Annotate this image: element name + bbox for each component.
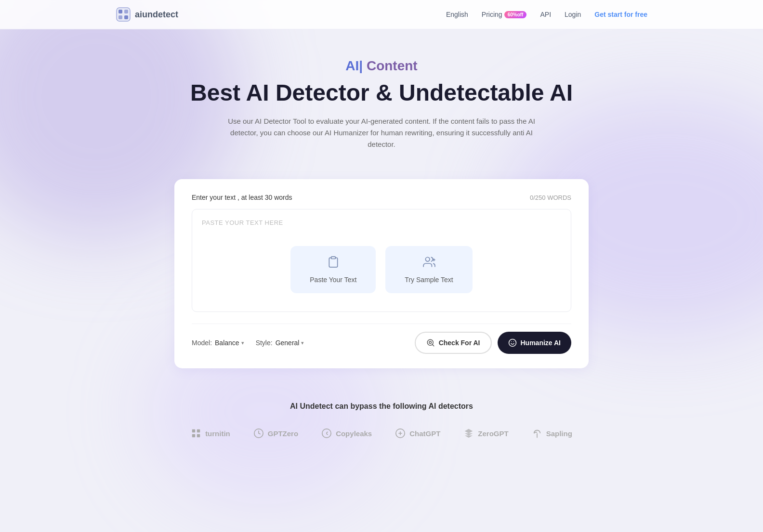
detectors-section: AI Undetect can bypass the following AI … <box>0 383 763 467</box>
sapling-label: Sapling <box>546 429 572 438</box>
nav-api[interactable]: API <box>540 11 551 18</box>
style-value: General <box>276 339 300 347</box>
detector-turnitin: turnitin <box>191 428 230 439</box>
word-count: 0/250 WORDS <box>530 194 571 201</box>
svg-rect-15 <box>197 429 200 432</box>
chatgpt-icon <box>395 428 406 439</box>
style-label: Style: <box>256 339 273 347</box>
hero-section: AI| Content Best AI Detector & Undetecta… <box>0 29 763 165</box>
style-select-group: Style: General ▾ <box>256 339 304 347</box>
logo-icon <box>116 7 131 22</box>
svg-rect-1 <box>118 10 122 13</box>
paste-text-label: Paste Your Text <box>310 276 356 284</box>
card-footer: Model: Balance ▾ Style: General ▾ <box>192 324 571 354</box>
pricing-label: Pricing <box>482 11 502 18</box>
style-select[interactable]: General ▾ <box>276 339 304 347</box>
footer-buttons: Check For AI Humanize AI <box>415 332 571 354</box>
header: aiundetect English Pricing 60%off API Lo… <box>0 0 763 29</box>
model-chevron-icon: ▾ <box>241 340 244 346</box>
detector-sapling: Sapling <box>532 428 572 439</box>
copyleaks-icon <box>321 428 332 439</box>
action-buttons: Paste Your Text Try Sample Text <box>202 246 561 293</box>
check-for-ai-button[interactable]: Check For AI <box>415 332 492 354</box>
logo-text: aiundetect <box>135 10 178 20</box>
card-header: Enter your text , at least 30 words 0/25… <box>192 194 571 201</box>
hero-subtitle: AI| Content <box>10 58 753 74</box>
copyleaks-label: Copyleaks <box>336 429 372 438</box>
detector-gptzero: GPTZero <box>253 428 298 439</box>
humanize-button-label: Humanize AI <box>521 339 561 347</box>
sapling-icon <box>532 428 542 439</box>
model-select[interactable]: Balance ▾ <box>215 339 244 347</box>
svg-rect-17 <box>197 434 200 437</box>
svg-point-6 <box>425 257 430 261</box>
detectors-logos-row: turnitin GPTZero Copyleaks <box>10 428 753 439</box>
paste-text-button[interactable]: Paste Your Text <box>290 246 376 293</box>
hero-title: Best AI Detector & Undetectable AI <box>10 79 753 106</box>
detector-chatgpt: ChatGPT <box>395 428 440 439</box>
sample-icon <box>423 256 435 271</box>
humanize-icon <box>508 338 517 347</box>
svg-point-10 <box>429 341 432 344</box>
nav-pricing[interactable]: Pricing 60%off <box>482 11 527 18</box>
nav-language[interactable]: English <box>446 11 468 18</box>
svg-rect-0 <box>117 8 130 21</box>
model-label: Model: <box>192 339 212 347</box>
svg-rect-3 <box>118 15 122 19</box>
model-style-controls: Model: Balance ▾ Style: General ▾ <box>192 339 304 347</box>
nav-login[interactable]: Login <box>565 11 581 18</box>
text-placeholder: PASTE YOUR TEXT HERE <box>202 219 283 226</box>
svg-rect-14 <box>192 429 195 432</box>
gptzero-label: GPTZero <box>268 429 298 438</box>
detector-zerogpt: ZeroGPT <box>463 428 508 439</box>
sample-text-button[interactable]: Try Sample Text <box>385 246 472 293</box>
model-value: Balance <box>215 339 239 347</box>
svg-line-11 <box>432 345 434 346</box>
paste-icon <box>327 256 340 271</box>
nav-get-started[interactable]: Get start for free <box>594 11 647 18</box>
turnitin-label: turnitin <box>205 429 230 438</box>
svg-rect-16 <box>192 434 195 437</box>
model-select-group: Model: Balance ▾ <box>192 339 244 347</box>
turnitin-icon <box>191 428 201 439</box>
svg-rect-4 <box>124 15 128 19</box>
hero-description: Use our AI Detector Tool to evaluate you… <box>218 116 545 150</box>
gptzero-icon <box>253 428 264 439</box>
sample-text-label: Try Sample Text <box>405 276 453 284</box>
logo: aiundetect <box>116 7 178 22</box>
input-label: Enter your text , at least 30 words <box>192 194 292 201</box>
main-nav: English Pricing 60%off API Login Get sta… <box>446 11 647 18</box>
svg-rect-2 <box>124 10 128 13</box>
text-input-area[interactable]: PASTE YOUR TEXT HERE Paste Your Text <box>192 209 571 312</box>
humanize-ai-button[interactable]: Humanize AI <box>498 332 572 354</box>
hero-subtitle-content: Content <box>367 58 418 73</box>
check-icon <box>426 338 435 347</box>
zerogpt-icon <box>463 428 474 439</box>
check-button-label: Check For AI <box>439 339 480 347</box>
main-card: Enter your text , at least 30 words 0/25… <box>174 179 589 368</box>
svg-rect-5 <box>331 257 335 259</box>
detector-copyleaks: Copyleaks <box>321 428 372 439</box>
zerogpt-label: ZeroGPT <box>478 429 508 438</box>
hero-subtitle-ai: AI| <box>345 58 363 73</box>
detectors-title: AI Undetect can bypass the following AI … <box>10 402 753 411</box>
style-chevron-icon: ▾ <box>301 340 304 346</box>
chatgpt-label: ChatGPT <box>409 429 440 438</box>
pricing-discount-badge: 60%off <box>504 11 527 18</box>
